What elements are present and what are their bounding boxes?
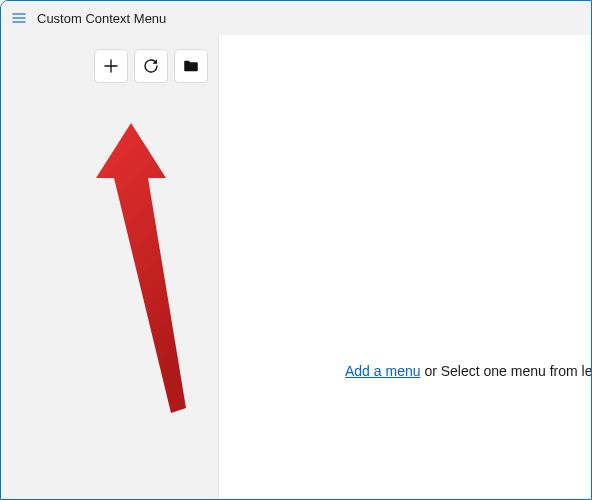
app-menu-icon[interactable] <box>11 10 27 26</box>
refresh-button[interactable] <box>134 49 168 83</box>
window-title: Custom Context Menu <box>37 11 166 26</box>
sidebar <box>1 35 219 499</box>
titlebar: Custom Context Menu <box>1 1 591 35</box>
add-menu-link[interactable]: Add a menu <box>345 363 421 379</box>
plus-icon <box>102 57 120 75</box>
content-area: Add a menu or Select one menu from left <box>1 35 591 499</box>
folder-icon <box>182 57 200 75</box>
folder-button[interactable] <box>174 49 208 83</box>
empty-state-prompt: Add a menu or Select one menu from left <box>345 363 592 379</box>
app-window: Custom Context Menu <box>0 0 592 500</box>
main-panel: Add a menu or Select one menu from left <box>219 35 591 499</box>
add-button[interactable] <box>94 49 128 83</box>
annotation-arrow <box>96 123 206 413</box>
prompt-rest: or Select one menu from left <box>421 363 593 379</box>
refresh-icon <box>142 57 160 75</box>
sidebar-toolbar <box>1 49 218 83</box>
